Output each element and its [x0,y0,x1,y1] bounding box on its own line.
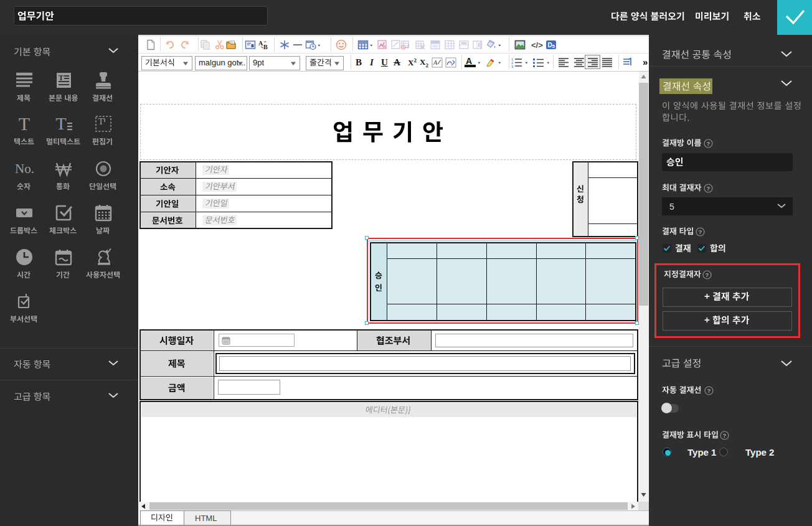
svg-text:?: ? [707,140,710,147]
svg-text:B: B [263,44,268,50]
svg-text:No.: No. [15,161,34,176]
svg-text:?: ? [723,432,727,439]
svg-text:?: ? [706,271,709,278]
svg-text:T: T [19,113,30,134]
svg-text:T: T [98,116,103,126]
svg-text:A: A [258,40,263,47]
svg-text:?: ? [699,228,702,235]
svg-text:3: 3 [511,65,514,68]
svg-text:?: ? [707,387,711,394]
svg-text:T: T [59,73,64,82]
svg-text:5: 5 [552,44,555,49]
svg-text:</>: </> [531,40,543,50]
svg-text:T: T [55,114,66,133]
svg-text:?: ? [707,185,710,192]
svg-text:A: A [433,59,438,66]
